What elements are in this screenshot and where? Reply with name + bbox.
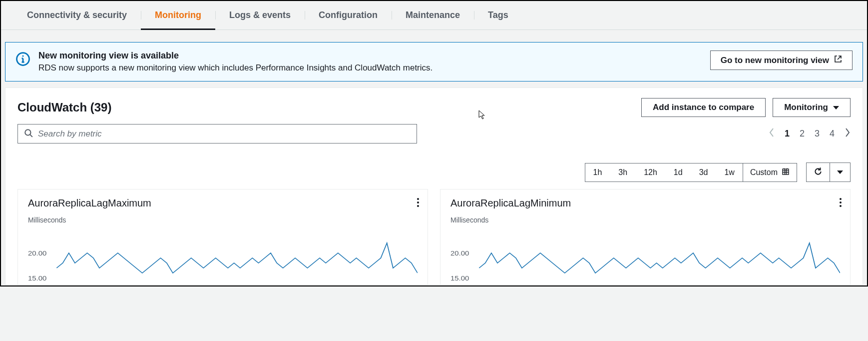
svg-line-6 bbox=[30, 134, 32, 137]
svg-point-14 bbox=[417, 198, 419, 200]
tab-connectivity-security[interactable]: Connectivity & security bbox=[13, 1, 141, 30]
search-container bbox=[17, 124, 417, 144]
svg-point-21 bbox=[840, 205, 842, 207]
pagination-prev[interactable] bbox=[769, 128, 775, 140]
cursor-icon bbox=[478, 110, 486, 122]
svg-point-15 bbox=[417, 202, 419, 204]
time-range-1w[interactable]: 1w bbox=[716, 164, 742, 182]
time-range-selector: 1h 3h 12h 1d 3d 1w Custom bbox=[585, 163, 797, 182]
chart-unit: Milliseconds bbox=[28, 216, 418, 224]
refresh-button[interactable] bbox=[807, 163, 830, 182]
chart-menu-button[interactable] bbox=[417, 198, 420, 209]
refresh-icon bbox=[814, 167, 823, 178]
custom-label: Custom bbox=[750, 168, 778, 177]
info-icon bbox=[15, 52, 30, 68]
svg-rect-7 bbox=[783, 169, 789, 174]
tab-monitoring[interactable]: Monitoring bbox=[141, 1, 215, 30]
banner-description: RDS now supports a new monitoring view w… bbox=[38, 63, 702, 73]
tab-tags[interactable]: Tags bbox=[474, 1, 522, 30]
chart-plot: 20.00 15.00 bbox=[28, 228, 418, 283]
time-range-3d[interactable]: 3d bbox=[691, 164, 716, 182]
monitoring-dropdown-label: Monitoring bbox=[784, 102, 828, 112]
svg-point-5 bbox=[25, 130, 30, 135]
pagination-page-4[interactable]: 4 bbox=[830, 128, 835, 139]
chart-title: AuroraReplicaLagMaximum bbox=[28, 198, 418, 209]
chart-menu-button[interactable] bbox=[839, 198, 842, 209]
tab-maintenance[interactable]: Maintenance bbox=[392, 1, 474, 30]
svg-text:15.00: 15.00 bbox=[450, 274, 469, 282]
chart-card-aurora-replica-lag-maximum: AuroraReplicaLagMaximum Milliseconds 20.… bbox=[17, 189, 428, 285]
svg-text:20.00: 20.00 bbox=[450, 250, 469, 257]
monitoring-dropdown-button[interactable]: Monitoring bbox=[773, 98, 851, 117]
banner-title: New monitoring view is available bbox=[38, 50, 702, 61]
pagination-page-1[interactable]: 1 bbox=[785, 128, 790, 139]
banner-button-label: Go to new monitoring view bbox=[721, 56, 829, 66]
chart-title: AuroraReplicaLagMinimum bbox=[450, 198, 840, 209]
chart-plot: 20.00 15.00 bbox=[450, 228, 840, 283]
svg-text:15.00: 15.00 bbox=[28, 274, 47, 282]
refresh-options-dropdown[interactable] bbox=[830, 163, 850, 182]
svg-point-19 bbox=[840, 198, 842, 200]
search-input[interactable] bbox=[38, 129, 411, 139]
tab-configuration[interactable]: Configuration bbox=[305, 1, 392, 30]
chart-card-aurora-replica-lag-minimum: AuroraReplicaLagMinimum Milliseconds 20.… bbox=[440, 189, 851, 285]
time-range-3h[interactable]: 3h bbox=[610, 164, 635, 182]
search-icon bbox=[24, 128, 33, 139]
pagination-page-3[interactable]: 3 bbox=[815, 128, 820, 139]
pagination-next[interactable] bbox=[845, 128, 851, 140]
section-title: CloudWatch (39) bbox=[17, 100, 641, 114]
time-range-custom[interactable]: Custom bbox=[743, 164, 797, 182]
add-instance-to-compare-button[interactable]: Add instance to compare bbox=[641, 98, 766, 117]
tab-logs-events[interactable]: Logs & events bbox=[215, 1, 305, 30]
chart-unit: Milliseconds bbox=[450, 216, 840, 224]
svg-text:20.00: 20.00 bbox=[28, 250, 47, 257]
time-range-1h[interactable]: 1h bbox=[585, 164, 610, 182]
caret-down-icon bbox=[833, 106, 839, 110]
time-range-1d[interactable]: 1d bbox=[665, 164, 691, 182]
tab-bar: Connectivity & security Monitoring Logs … bbox=[1, 1, 867, 30]
cloudwatch-section: CloudWatch (39) Add instance to compare … bbox=[5, 88, 863, 286]
external-link-icon bbox=[834, 55, 842, 66]
svg-point-4 bbox=[22, 56, 24, 57]
svg-point-16 bbox=[417, 205, 419, 207]
pagination-page-2[interactable]: 2 bbox=[800, 128, 805, 139]
svg-point-20 bbox=[840, 202, 842, 204]
pagination: 1 2 3 4 bbox=[769, 128, 851, 140]
time-range-12h[interactable]: 12h bbox=[635, 164, 665, 182]
info-banner: New monitoring view is available RDS now… bbox=[5, 42, 863, 82]
calendar-icon bbox=[782, 168, 790, 178]
caret-down-icon bbox=[837, 170, 843, 174]
go-to-new-monitoring-button[interactable]: Go to new monitoring view bbox=[710, 50, 853, 70]
